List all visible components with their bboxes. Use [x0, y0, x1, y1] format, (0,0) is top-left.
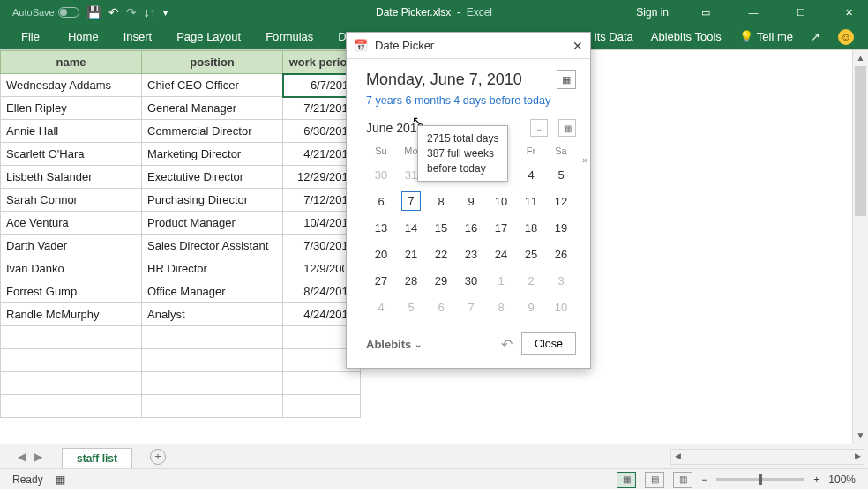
- cell[interactable]: Ellen Ripley: [1, 97, 142, 120]
- view-normal-button[interactable]: ▦: [617, 472, 636, 488]
- cell[interactable]: Darth Vader: [1, 235, 142, 257]
- zoom-out-button[interactable]: −: [701, 474, 707, 486]
- sheet-tab-active[interactable]: staff list: [62, 448, 132, 468]
- column-header[interactable]: name: [1, 51, 142, 74]
- tab-page-layout[interactable]: Page Layout: [164, 25, 253, 49]
- cell[interactable]: Exectutive Director: [142, 166, 283, 189]
- calendar-day[interactable]: 3: [546, 267, 576, 294]
- view-page-layout-button[interactable]: ▤: [645, 472, 664, 488]
- signin-link[interactable]: Sign in: [636, 6, 669, 19]
- calendar-day[interactable]: 23: [456, 241, 486, 267]
- hscroll-right-icon[interactable]: ▶: [850, 449, 864, 465]
- calendar-day[interactable]: 2: [516, 267, 546, 294]
- close-window-button[interactable]: ✕: [829, 0, 868, 25]
- cell[interactable]: Commercial Director: [142, 120, 283, 143]
- cell[interactable]: [1, 326, 142, 349]
- cell[interactable]: Randle McMurphy: [1, 303, 142, 326]
- cell[interactable]: [283, 395, 361, 418]
- qat-customize-icon[interactable]: ▾: [163, 8, 168, 18]
- calendar-day[interactable]: 22: [426, 241, 456, 267]
- redo-icon[interactable]: ↷: [126, 5, 137, 19]
- scroll-up-icon[interactable]: ▲: [853, 50, 868, 66]
- calendar-day[interactable]: 4: [366, 294, 396, 320]
- picker-close-action[interactable]: Close: [521, 332, 576, 355]
- cell[interactable]: Chief CEO Officer: [142, 74, 283, 97]
- calendar-day[interactable]: 24: [486, 241, 516, 267]
- cell[interactable]: Annie Hall: [1, 120, 142, 143]
- month-dropdown-button[interactable]: ⌄: [530, 119, 548, 137]
- calendar-day[interactable]: 13: [366, 214, 396, 241]
- cell[interactable]: Ivan Danko: [1, 257, 142, 280]
- calendar-day[interactable]: 7: [456, 294, 486, 320]
- tab-file[interactable]: File: [5, 25, 56, 49]
- vertical-scrollbar[interactable]: ▲ ▼: [852, 50, 868, 444]
- hscroll-left-icon[interactable]: ◀: [670, 449, 685, 465]
- calendar-day[interactable]: 9: [456, 188, 486, 214]
- calendar-day[interactable]: 20: [366, 241, 396, 267]
- brand-dropdown[interactable]: Ablebits⌄: [366, 338, 422, 351]
- calendar-day[interactable]: 9: [516, 294, 546, 320]
- cell[interactable]: [1, 372, 142, 395]
- sheet-nav-prev-icon[interactable]: ◀: [18, 451, 26, 463]
- cell[interactable]: Sarah Connor: [1, 189, 142, 212]
- calendar-day[interactable]: 8: [426, 188, 456, 214]
- cell[interactable]: [1, 395, 142, 418]
- calendar-day[interactable]: 12: [546, 188, 576, 214]
- calendar-day[interactable]: 10: [486, 188, 516, 214]
- calendar-day[interactable]: 18: [516, 214, 546, 241]
- column-header[interactable]: position: [142, 51, 283, 74]
- calendar-day[interactable]: 10: [546, 294, 576, 320]
- cell[interactable]: HR Director: [142, 257, 283, 280]
- cell[interactable]: Lisbeth Salander: [1, 166, 142, 189]
- calendar-day[interactable]: 28: [396, 267, 426, 294]
- cell[interactable]: Product Manager: [142, 212, 283, 235]
- calendar-day[interactable]: 15: [426, 214, 456, 241]
- calendar-day[interactable]: 27: [366, 267, 396, 294]
- picker-relative-text[interactable]: 7 years 6 months 4 days before today: [366, 94, 576, 107]
- undo-icon[interactable]: ↶: [108, 5, 119, 19]
- add-sheet-button[interactable]: +: [150, 449, 166, 465]
- zoom-in-button[interactable]: +: [813, 474, 819, 486]
- calendar-day[interactable]: 21: [396, 241, 426, 267]
- autosave-toggle[interactable]: AutoSave: [12, 7, 79, 18]
- cell[interactable]: [283, 372, 361, 395]
- tab-ablebits-tools[interactable]: Ablebits Tools: [642, 25, 730, 49]
- calendar-day[interactable]: 17: [486, 214, 516, 241]
- expand-pane-icon[interactable]: »: [579, 152, 591, 168]
- tell-me[interactable]: 💡Tell me: [730, 25, 802, 49]
- date-calculator-button[interactable]: ▦: [557, 70, 576, 89]
- cell[interactable]: Office Manager: [142, 280, 283, 303]
- picker-undo-button[interactable]: ↶: [501, 336, 513, 353]
- calendar-day[interactable]: 26: [546, 241, 576, 267]
- calendar-day[interactable]: 19: [546, 214, 576, 241]
- tab-insert[interactable]: Insert: [111, 25, 165, 49]
- calendar-day[interactable]: 6: [426, 294, 456, 320]
- calendar-day[interactable]: 6: [366, 188, 396, 214]
- sort-icon[interactable]: ↓↑: [144, 5, 156, 19]
- picker-header[interactable]: 📅 Date Picker ✕: [347, 33, 590, 59]
- calendar-day[interactable]: 30: [366, 161, 396, 188]
- cell[interactable]: Purchasing Director: [142, 189, 283, 212]
- tab-formulas[interactable]: Formulas: [253, 25, 326, 49]
- zoom-level[interactable]: 100%: [828, 474, 856, 486]
- picker-close-button[interactable]: ✕: [572, 39, 583, 53]
- calendar-day[interactable]: 7: [396, 188, 426, 214]
- calendar-day[interactable]: 4: [516, 161, 546, 188]
- cell[interactable]: [142, 395, 283, 418]
- cell[interactable]: Scarlett O'Hara: [1, 143, 142, 166]
- cell[interactable]: [1, 349, 142, 372]
- calendar-day[interactable]: 16: [456, 214, 486, 241]
- zoom-slider[interactable]: [716, 478, 804, 481]
- cell[interactable]: Ace Ventura: [1, 212, 142, 235]
- calendar-day[interactable]: 14: [396, 214, 426, 241]
- cell[interactable]: Sales Director Assistant: [142, 235, 283, 257]
- cell[interactable]: Marketing Director: [142, 143, 283, 166]
- minimize-button[interactable]: —: [734, 0, 773, 25]
- cell[interactable]: [142, 372, 283, 395]
- macro-record-icon[interactable]: ▦: [56, 474, 65, 486]
- horizontal-scrollbar[interactable]: ◀ ▶: [670, 449, 864, 465]
- calendar-day[interactable]: 25: [516, 241, 546, 267]
- cell[interactable]: [142, 326, 283, 349]
- tab-ablebits-data-partial[interactable]: its Data: [586, 25, 642, 49]
- feedback-button[interactable]: ☺: [829, 25, 863, 49]
